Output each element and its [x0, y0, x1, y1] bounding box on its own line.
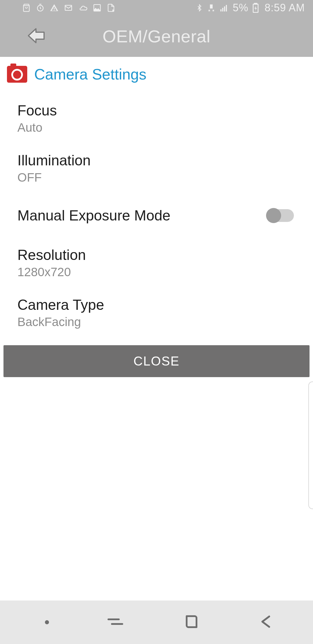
- setting-label: Resolution: [17, 247, 86, 263]
- svg-rect-5: [222, 8, 223, 12]
- navigation-bar: [0, 600, 313, 644]
- back-button[interactable]: [26, 26, 46, 46]
- exposure-toggle[interactable]: [268, 209, 294, 222]
- setting-resolution[interactable]: Resolution 1280x720: [0, 238, 313, 288]
- nav-indicator-dot: [45, 620, 49, 624]
- home-outline-icon: [184, 614, 198, 630]
- settings-list: Focus Auto Illumination OFF Manual Expos…: [0, 86, 313, 338]
- setting-value: BackFacing: [17, 315, 104, 329]
- svg-rect-4: [220, 9, 221, 12]
- setting-focus[interactable]: Focus Auto: [0, 89, 313, 143]
- shopping-bag-icon: [22, 3, 31, 12]
- page-title: OEM/General: [0, 26, 313, 46]
- svg-rect-7: [226, 5, 227, 12]
- setting-label: Illumination: [17, 152, 91, 169]
- svg-rect-9: [254, 3, 257, 4]
- status-right-icons: 5% 8:59 AM: [196, 2, 305, 14]
- document-icon: [107, 3, 115, 12]
- battery-charging-icon: [252, 3, 259, 13]
- bluetooth-icon: [196, 3, 203, 13]
- app-bar: OEM/General: [0, 16, 313, 57]
- setting-value: OFF: [17, 171, 91, 184]
- setting-camera-type[interactable]: Camera Type BackFacing: [0, 288, 313, 338]
- svg-rect-6: [224, 6, 225, 12]
- section-header: Camera Settings: [0, 57, 313, 86]
- back-arrow-icon: [27, 28, 46, 45]
- close-button[interactable]: CLOSE: [3, 345, 310, 377]
- setting-value: Auto: [17, 121, 57, 135]
- cell-signal-icon: [219, 3, 229, 12]
- status-left-icons: [22, 3, 115, 12]
- camera-icon: [7, 66, 27, 83]
- image-icon: [93, 3, 101, 12]
- battery-percent: 5%: [233, 2, 248, 14]
- timer-icon: [36, 3, 45, 12]
- back-nav-icon: [259, 615, 274, 630]
- setting-label: Camera Type: [17, 296, 104, 313]
- setting-manual-exposure[interactable]: Manual Exposure Mode: [0, 193, 313, 238]
- nav-recents-button[interactable]: [106, 613, 125, 632]
- cloud-outline-icon: [78, 3, 88, 12]
- warning-icon: [50, 3, 59, 12]
- recents-icon: [107, 616, 123, 629]
- status-time: 8:59 AM: [265, 2, 305, 14]
- nav-home-button[interactable]: [182, 613, 200, 632]
- scroll-indicator[interactable]: [308, 381, 313, 509]
- setting-illumination[interactable]: Illumination OFF: [0, 143, 313, 193]
- status-bar: 5% 8:59 AM: [0, 0, 313, 16]
- svg-rect-3: [210, 4, 212, 8]
- mail-icon: [64, 3, 73, 12]
- setting-label: Focus: [17, 102, 57, 119]
- setting-label: Manual Exposure Mode: [17, 207, 170, 224]
- setting-value: 1280x720: [17, 265, 86, 279]
- network-activity-icon: [207, 3, 215, 12]
- nav-back-button[interactable]: [257, 613, 276, 632]
- section-title: Camera Settings: [34, 66, 146, 83]
